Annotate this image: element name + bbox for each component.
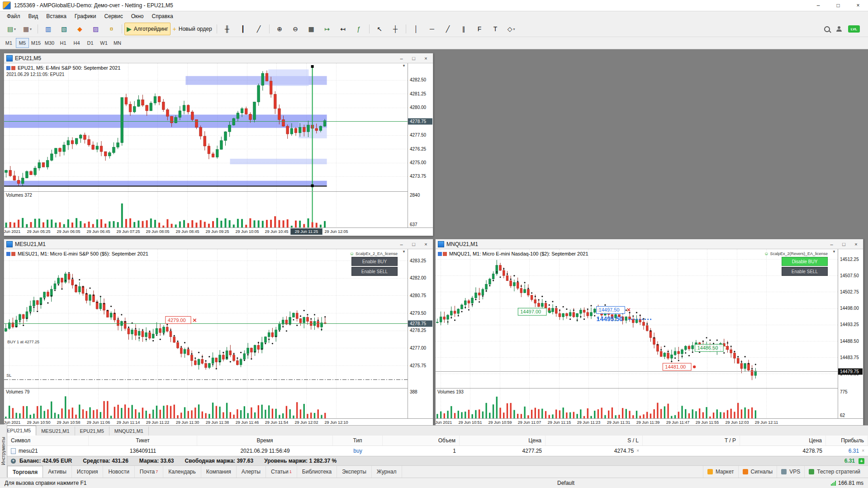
price-chart-epu[interactable]: EPU21, M5: E-Mini S&P 500: September 202… bbox=[4, 63, 433, 236]
toolbox-tab-7[interactable]: Алерты bbox=[237, 466, 266, 478]
chart-close-button[interactable]: × bbox=[850, 240, 862, 248]
menu-item-2[interactable]: Вставка bbox=[42, 12, 71, 20]
menu-item-6[interactable]: Справка bbox=[148, 12, 177, 20]
new-chart-button[interactable]: ▤▾ bbox=[4, 23, 19, 35]
chart-window-titlebar[interactable]: MNQU21,M1–□× bbox=[436, 239, 863, 249]
chart-restore-button[interactable]: □ bbox=[838, 240, 850, 248]
zoom-in-button[interactable]: ⊕ bbox=[272, 23, 288, 35]
enable-buy-button[interactable]: Enable BUY bbox=[351, 257, 398, 266]
chart-close-button[interactable]: × bbox=[420, 240, 432, 248]
chart-restore-button[interactable]: □ bbox=[408, 54, 420, 62]
tile-windows-button[interactable]: ▦ bbox=[304, 23, 319, 35]
toolbox-tab-9[interactable]: Библиотека bbox=[297, 466, 337, 478]
chart-body-epu[interactable]: EPU21, M5: E-Mini S&P 500: September 202… bbox=[4, 63, 433, 236]
cursor-button[interactable]: ↖ bbox=[372, 23, 388, 35]
menu-item-1[interactable]: Вид bbox=[24, 12, 43, 20]
fibonacci-button[interactable]: F bbox=[472, 23, 488, 35]
timeframe-h1[interactable]: H1 bbox=[57, 38, 70, 48]
timeframe-m15[interactable]: M15 bbox=[29, 38, 43, 48]
chart-restore-button[interactable]: □ bbox=[408, 240, 420, 248]
bottom-button-тестер-стратегий[interactable]: Тестер стратегий bbox=[804, 466, 864, 478]
column-header-0[interactable]: Символ bbox=[7, 436, 89, 445]
chart-minimize-button[interactable]: – bbox=[395, 54, 408, 62]
sl-remove-button[interactable]: × bbox=[636, 446, 639, 456]
data-window-button[interactable]: ▧ bbox=[56, 23, 72, 35]
toolbox-tab-3[interactable]: Новости bbox=[103, 466, 134, 478]
profit-plus-icon[interactable]: + bbox=[859, 458, 864, 464]
menu-item-4[interactable]: Сервис bbox=[100, 12, 127, 20]
restore-button[interactable]: □ bbox=[828, 0, 848, 11]
chart-minimize-button[interactable]: – bbox=[395, 240, 408, 248]
status-profile[interactable]: Default bbox=[557, 480, 574, 486]
algo-trading-button[interactable]: ▶Алготрейдинг bbox=[124, 23, 171, 35]
one-click-trading-arrow[interactable]: ▼ bbox=[402, 250, 406, 254]
enable-sell-button[interactable]: Enable SELL bbox=[351, 267, 398, 276]
column-header-9[interactable]: Прибыль bbox=[826, 436, 868, 445]
timeframe-m5[interactable]: M5 bbox=[16, 38, 29, 48]
lvl-badge[interactable]: LVL bbox=[848, 25, 860, 33]
toolbox-tab-10[interactable]: Эксперты bbox=[337, 466, 372, 478]
timeframe-w1[interactable]: W1 bbox=[97, 38, 110, 48]
candlestick-button[interactable]: ┃ bbox=[235, 23, 251, 35]
horizontal-line-button[interactable]: ─ bbox=[424, 23, 440, 35]
zoom-out-button[interactable]: ⊖ bbox=[288, 23, 304, 35]
indicators-button[interactable]: ƒ bbox=[351, 23, 367, 35]
bottom-button-vps[interactable]: VPS bbox=[777, 466, 804, 478]
search-icon[interactable] bbox=[824, 26, 830, 32]
chart-tab-1[interactable]: MESU21,M1 bbox=[36, 426, 75, 436]
close-position-button[interactable]: × bbox=[862, 446, 864, 456]
one-click-trading-arrow[interactable]: ▼ bbox=[402, 64, 406, 68]
timeframe-m30[interactable]: M30 bbox=[43, 38, 56, 48]
shapes-button[interactable]: ◇▾ bbox=[503, 23, 519, 35]
timeframe-d1[interactable]: D1 bbox=[84, 38, 97, 48]
bottom-button-маркет[interactable]: Маркет bbox=[703, 466, 738, 478]
timeframe-h4[interactable]: H4 bbox=[70, 38, 83, 48]
chart-window-titlebar[interactable]: MESU21,M1–□× bbox=[4, 239, 433, 249]
column-header-2[interactable]: Время bbox=[197, 436, 333, 445]
toolbox-tab-6[interactable]: Компания bbox=[201, 466, 237, 478]
vertical-line-button[interactable]: │ bbox=[408, 23, 424, 35]
line-chart-button[interactable]: ╱ bbox=[251, 23, 267, 35]
column-header-4[interactable]: Объем bbox=[383, 436, 460, 445]
market-watch-button[interactable]: ▥ bbox=[40, 23, 56, 35]
toolbox-side-tab[interactable]: Инструменты bbox=[0, 424, 7, 477]
chart-tab-3[interactable]: MNQU21,M1 bbox=[109, 426, 149, 436]
symbols-button[interactable]: ¤ bbox=[104, 23, 119, 35]
bar-chart-button[interactable]: ╫ bbox=[219, 23, 235, 35]
disable-buy-button[interactable]: Disable BUY bbox=[782, 257, 828, 266]
column-header-1[interactable]: Тикет bbox=[89, 436, 197, 445]
chart-window-titlebar[interactable]: EPU21,M5–□× bbox=[4, 53, 433, 63]
chart-body-mnq[interactable]: MNQU21, M1: Micro E-mini Nasdaq-100 ($2)… bbox=[436, 249, 863, 425]
column-header-8[interactable]: Цена bbox=[740, 436, 826, 445]
column-header-3[interactable]: Тип bbox=[333, 436, 383, 445]
toolbox-button[interactable]: ▨ bbox=[88, 23, 104, 35]
profiles-button[interactable]: ▦▾ bbox=[19, 23, 35, 35]
auto-scroll-button[interactable]: ↦ bbox=[319, 23, 335, 35]
text-button[interactable]: T bbox=[488, 23, 503, 35]
balance-row[interactable]: + Баланс: 424.95 EURСредства: 431.26Марж… bbox=[7, 456, 868, 465]
column-header-6[interactable]: S / L bbox=[545, 436, 643, 445]
toolbox-tab-5[interactable]: Календарь bbox=[163, 466, 201, 478]
menu-item-5[interactable]: Окно bbox=[127, 12, 148, 20]
navigator-button[interactable]: ◆ bbox=[72, 23, 88, 35]
column-header-5[interactable]: Цена bbox=[460, 436, 545, 445]
enable-sell-button[interactable]: Enable SELL bbox=[782, 267, 828, 276]
trendline-button[interactable]: ╱ bbox=[440, 23, 456, 35]
toolbox-tab-0[interactable]: Торговля bbox=[7, 466, 43, 478]
toolbox-tab-11[interactable]: Журнал bbox=[372, 466, 402, 478]
trade-table-row[interactable]: mesu211364091112021.06.29 11:56:49buy142… bbox=[7, 446, 868, 456]
toolbox-tab-2[interactable]: История bbox=[72, 466, 104, 478]
channel-button[interactable]: ∥ bbox=[456, 23, 472, 35]
new-order-button[interactable]: +Новый ордер bbox=[171, 23, 214, 35]
toolbox-tab-8[interactable]: Статьи1 bbox=[266, 466, 297, 478]
menu-item-3[interactable]: Графики bbox=[71, 12, 100, 20]
one-click-trading-arrow[interactable]: ▼ bbox=[832, 250, 836, 254]
timeframe-m1[interactable]: M1 bbox=[2, 38, 15, 48]
chart-close-button[interactable]: × bbox=[420, 54, 432, 62]
column-header-7[interactable]: T / P bbox=[643, 436, 740, 445]
toolbox-tab-1[interactable]: Активы bbox=[43, 466, 72, 478]
toolbox-tab-4[interactable]: Почта7 bbox=[135, 466, 163, 478]
chart-shift-button[interactable]: ↤ bbox=[335, 23, 351, 35]
chart-tab-2[interactable]: EPU21,M5 bbox=[75, 426, 109, 436]
close-button[interactable]: × bbox=[848, 0, 868, 11]
